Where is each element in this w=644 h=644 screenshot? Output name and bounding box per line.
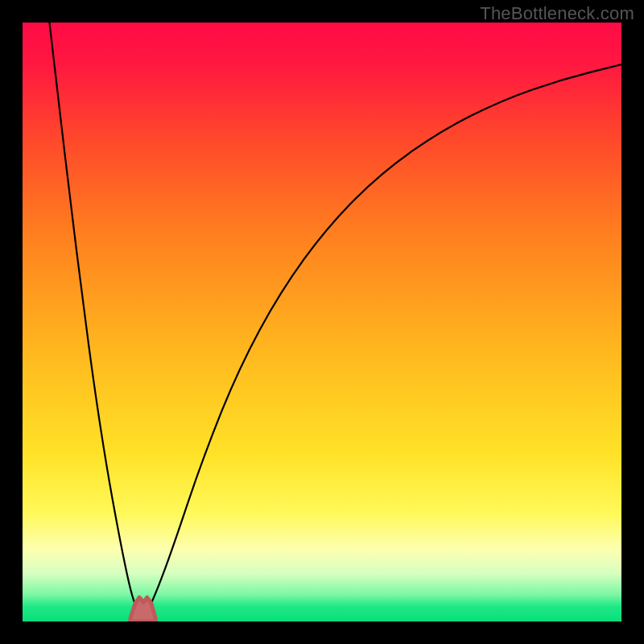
plot-area xyxy=(23,23,621,621)
watermark-text: TheBottleneck.com xyxy=(480,3,634,24)
chart-frame: TheBottleneck.com xyxy=(0,0,644,644)
plot-svg xyxy=(23,23,621,621)
gradient-background xyxy=(23,23,621,621)
